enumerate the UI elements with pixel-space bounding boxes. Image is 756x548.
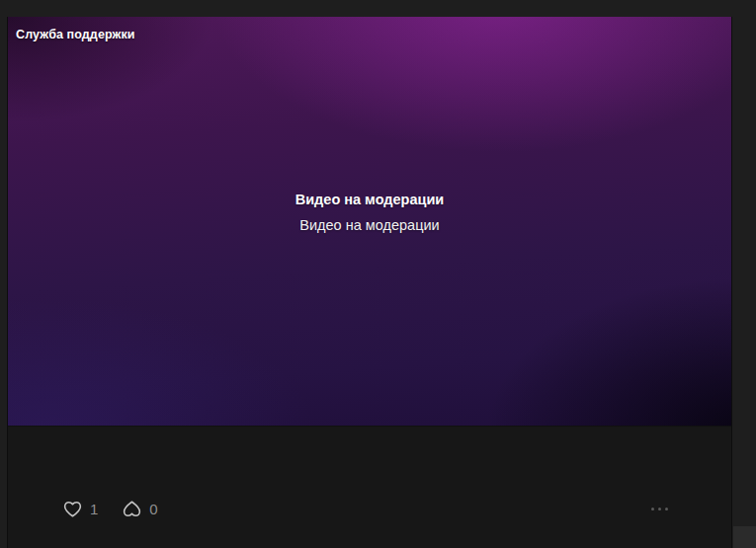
channel-name-label[interactable]: Служба поддержки <box>16 28 135 41</box>
moderation-subtitle: Видео на модерации <box>299 216 439 234</box>
dislike-heart-flipped-icon <box>122 499 142 519</box>
like-heart-icon <box>62 499 83 519</box>
dislike-count: 0 <box>149 501 157 517</box>
adjacent-element-edge <box>733 526 756 548</box>
action-bar: 1 0 <box>62 498 670 519</box>
ellipsis-icon <box>651 508 654 510</box>
like-button[interactable]: 1 <box>62 499 98 519</box>
moderation-title: Видео на модерации <box>295 192 445 208</box>
card-body: 1 0 <box>8 427 731 519</box>
video-thumbnail[interactable]: Служба поддержки Видео на модерации Виде… <box>8 17 731 427</box>
moderation-message: Видео на модерации Видео на модерации <box>8 8 731 417</box>
dislike-button[interactable]: 0 <box>122 499 157 519</box>
like-count: 1 <box>90 501 98 517</box>
video-card: Служба поддержки Видео на модерации Виде… <box>7 17 732 548</box>
more-options-button[interactable] <box>649 504 670 514</box>
